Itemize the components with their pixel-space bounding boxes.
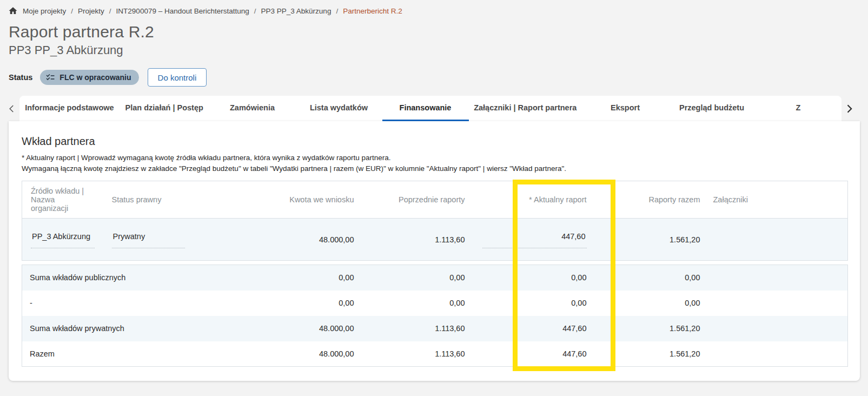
summary-total-reports: 0,00 (595, 291, 709, 316)
summary-amount-in-af: 48.000,00 (255, 341, 363, 367)
summary-row-private: Suma wkładów prywatnych 48.000,00 1.113,… (22, 316, 848, 341)
tab-strip: Informacje podstawowe Plan działań | Pos… (19, 96, 842, 121)
breadcrumb-item[interactable]: PP3 PP_3 Abkürzung (261, 7, 332, 15)
tabs-scroll-left-icon[interactable] (7, 96, 17, 121)
section-note: * Aktualny raport | Wprowadź wymaganą kw… (22, 153, 847, 174)
col-header-legal-status: Status prawny (103, 181, 255, 219)
summary-total-reports: 1.561,20 (595, 341, 709, 367)
summary-attachments (709, 291, 848, 316)
summary-current-report: 0,00 (474, 265, 595, 291)
partner-report-page: Moje projekty / Projekty / INT2900079 – … (0, 0, 868, 396)
tab-lista-wydatkow[interactable]: Lista wydatków (296, 96, 382, 121)
summary-previous-reports: 1.113,60 (363, 316, 474, 341)
breadcrumb: Moje projekty / Projekty / INT2900079 – … (0, 0, 868, 16)
partner-contribution-row: PP_3 Abkürzung Prywatny 48.000,00 1.113,… (22, 219, 848, 261)
legal-status-field[interactable]: Prywatny (112, 231, 185, 248)
col-header-attachments: Załączniki (709, 181, 848, 219)
total-reports-cell: 1.561,20 (595, 219, 709, 261)
tab-przeglad-budzetu[interactable]: Przegląd budżetu (668, 96, 755, 121)
status-label: Status (9, 73, 32, 82)
note-line-2: Wymaganą łączną kwotę znajdziesz w zakła… (22, 163, 847, 174)
summary-label: Suma wkładów publicznych (22, 265, 255, 291)
tab-truncated[interactable]: Z (755, 96, 842, 121)
col-header-amount-in-af: Kwota we wniosku (255, 181, 363, 219)
breadcrumb-separator: / (109, 7, 111, 15)
section-heading: Wkład partnera (22, 135, 847, 148)
summary-row-total: Razem 48.000,00 1.113,60 447,60 1.561,20 (22, 341, 848, 367)
note-line-1: * Aktualny raport | Wprowadź wymaganą kw… (22, 153, 847, 163)
breadcrumb-item-current: Partnerbericht R.2 (343, 7, 402, 15)
tab-eksport[interactable]: Eksport (582, 96, 668, 121)
contribution-table: Źródło wkładu | Nazwa organizacji Status… (22, 181, 848, 261)
summary-amount-in-af: 0,00 (255, 265, 363, 291)
status-row: Status FLC w opracowaniu Do kontroli (9, 68, 868, 87)
contribution-summary-table: Suma wkładów publicznych 0,00 0,00 0,00 … (22, 265, 848, 367)
summary-row-public: Suma wkładów publicznych 0,00 0,00 0,00 … (22, 265, 848, 291)
breadcrumb-item[interactable]: INT2900079 – Handout Berichterstattung (116, 7, 249, 15)
summary-label: Suma wkładów prywatnych (22, 316, 255, 341)
status-badge-text: FLC w opracowaniu (59, 73, 131, 82)
summary-label: - (22, 291, 255, 316)
tab-bar: Informacje podstawowe Plan działań | Pos… (0, 96, 868, 121)
breadcrumb-separator: / (71, 7, 73, 15)
summary-total-reports: 1.561,20 (595, 316, 709, 341)
summary-current-report: 447,60 (474, 341, 595, 367)
tabs-scroll-right-icon[interactable] (844, 96, 854, 121)
partner-name-field[interactable]: PP_3 Abkürzung (31, 231, 95, 248)
tab-zalaczniki-raport-partnera[interactable]: Załączniki | Raport partnera (469, 96, 582, 121)
amount-in-af-cell: 48.000,00 (255, 219, 363, 261)
legal-status-cell: Prywatny (103, 219, 255, 261)
page-subtitle: PP3 PP_3 Abkürzung (9, 43, 868, 57)
summary-attachments (709, 316, 848, 341)
page-title: Raport partnera R.2 (9, 23, 868, 41)
tab-zamowienia[interactable]: Zamówienia (209, 96, 296, 121)
tab-finansowanie[interactable]: Finansowanie (382, 96, 469, 121)
previous-reports-cell: 1.113,60 (363, 219, 474, 261)
summary-amount-in-af: 0,00 (255, 291, 363, 316)
breadcrumb-separator: / (336, 7, 338, 15)
summary-previous-reports: 0,00 (363, 265, 474, 291)
checklist-icon (45, 72, 55, 82)
col-header-source: Źródło wkładu | Nazwa organizacji (22, 181, 103, 219)
breadcrumb-item[interactable]: Projekty (78, 7, 104, 15)
breadcrumb-item[interactable]: Moje projekty (23, 7, 66, 15)
summary-amount-in-af: 48.000,00 (255, 316, 363, 341)
partner-contribution-card: Wkład partnera * Aktualny raport | Wprow… (9, 121, 860, 381)
summary-current-report: 447,60 (474, 316, 595, 341)
attachments-cell (709, 219, 848, 261)
tab-plan-dzialan-postep[interactable]: Plan działań | Postęp (120, 96, 209, 121)
breadcrumb-separator: / (254, 7, 256, 15)
current-report-cell: 447,60 (474, 219, 595, 261)
submit-to-control-button[interactable]: Do kontroli (148, 68, 207, 87)
current-report-input[interactable]: 447,60 (482, 231, 587, 248)
col-header-previous-reports: Poprzednie raporty (363, 181, 474, 219)
status-badge: FLC w opracowaniu (40, 70, 138, 85)
tab-informacje-podstawowe[interactable]: Informacje podstawowe (19, 96, 120, 121)
table-header-row: Źródło wkładu | Nazwa organizacji Status… (22, 181, 848, 219)
summary-attachments (709, 265, 848, 291)
partner-name-cell: PP_3 Abkürzung (22, 219, 103, 261)
summary-previous-reports: 0,00 (363, 291, 474, 316)
summary-row-dash: - 0,00 0,00 0,00 0,00 (22, 291, 848, 316)
summary-attachments (709, 341, 848, 367)
summary-current-report: 0,00 (474, 291, 595, 316)
col-header-current-report: * Aktualny raport (474, 181, 595, 219)
summary-total-reports: 0,00 (595, 265, 709, 291)
summary-label: Razem (22, 341, 255, 367)
home-icon[interactable] (8, 6, 18, 16)
summary-previous-reports: 1.113,60 (363, 341, 474, 367)
col-header-total-reports: Raporty razem (595, 181, 709, 219)
